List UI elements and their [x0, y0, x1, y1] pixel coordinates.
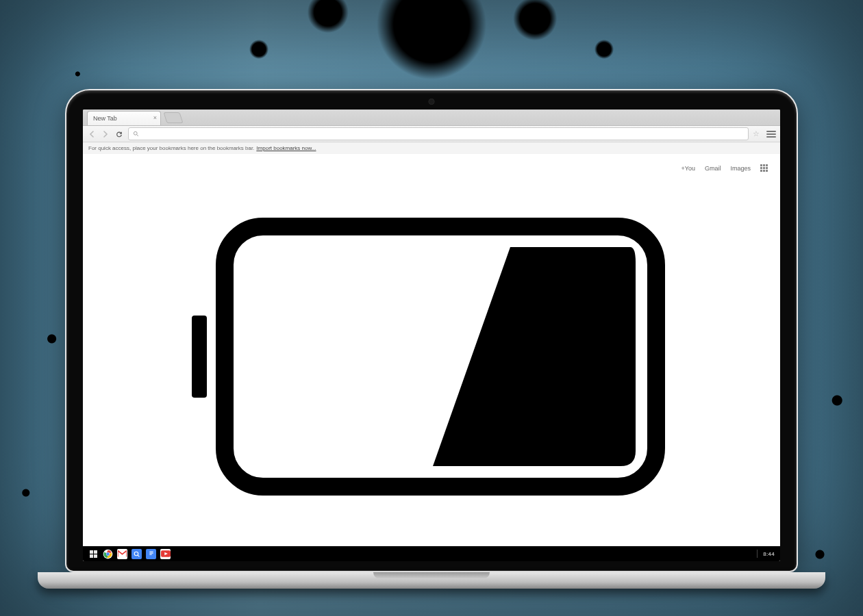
- browser-toolbar: ☆: [83, 126, 780, 142]
- svg-rect-13: [149, 554, 151, 555]
- link-plus-you[interactable]: +You: [681, 165, 695, 172]
- reload-button[interactable]: [114, 129, 124, 139]
- bookmark-hint-text: For quick access, place your bookmarks h…: [88, 145, 254, 151]
- bookmark-star-icon[interactable]: ☆: [753, 129, 760, 138]
- youtube-app-icon[interactable]: [160, 549, 171, 559]
- link-images[interactable]: Images: [730, 165, 751, 172]
- browser-tab-strip: New Tab ×: [83, 110, 780, 126]
- gmail-app-icon[interactable]: [117, 549, 127, 559]
- import-bookmarks-link[interactable]: Import bookmarks now...: [256, 145, 316, 151]
- new-tab-button[interactable]: [163, 112, 183, 123]
- google-docs-app-icon[interactable]: [146, 549, 156, 559]
- svg-rect-11: [149, 552, 153, 552]
- close-icon[interactable]: ×: [153, 114, 157, 121]
- link-gmail[interactable]: Gmail: [705, 165, 721, 172]
- chrome-app-icon[interactable]: [103, 549, 113, 559]
- forward-button[interactable]: [101, 129, 110, 139]
- svg-rect-10: [148, 550, 154, 558]
- shelf-status-area[interactable]: 8:44: [757, 550, 775, 558]
- bookmark-bar: For quick access, place your bookmarks h…: [83, 142, 780, 155]
- address-bar[interactable]: [128, 127, 749, 140]
- apps-grid-icon[interactable]: [760, 164, 768, 172]
- shelf-pinned-apps: [88, 549, 171, 559]
- chrome-menu-button[interactable]: [766, 129, 776, 139]
- tray-separator: [757, 550, 758, 558]
- svg-line-9: [138, 555, 139, 556]
- svg-point-6: [106, 552, 109, 555]
- launcher-button[interactable]: [88, 549, 99, 559]
- google-search-app-icon[interactable]: [132, 549, 142, 559]
- page-content: +You Gmail Images: [83, 154, 780, 546]
- search-icon: [133, 131, 139, 137]
- tab-title: New Tab: [93, 115, 117, 122]
- laptop-frame: New Tab × ☆: [65, 89, 798, 589]
- browser-tab-new[interactable]: New Tab ×: [87, 111, 161, 125]
- laptop-base: [38, 572, 825, 589]
- svg-rect-12: [149, 553, 153, 554]
- google-top-links: +You Gmail Images: [681, 164, 768, 172]
- back-button[interactable]: [87, 129, 97, 139]
- svg-rect-2: [192, 316, 207, 398]
- laptop-lid: New Tab × ☆: [65, 89, 798, 572]
- svg-line-1: [137, 135, 138, 136]
- battery-icon: [192, 213, 671, 503]
- svg-point-0: [134, 131, 137, 135]
- laptop-screen: New Tab × ☆: [83, 110, 780, 561]
- clock: 8:44: [763, 551, 775, 557]
- chromeos-shelf: 8:44: [83, 546, 780, 561]
- laptop-notch: [373, 572, 490, 579]
- svg-point-8: [134, 552, 138, 556]
- webcam: [429, 99, 435, 105]
